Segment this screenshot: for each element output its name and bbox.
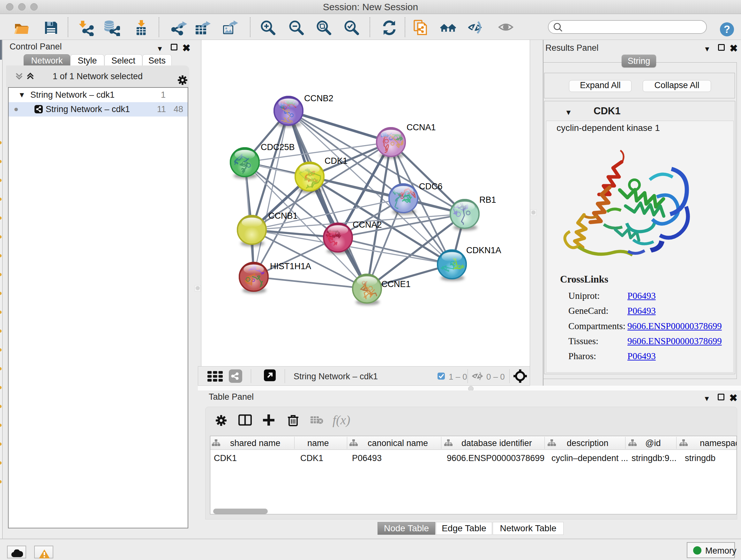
svg-text:?: ? <box>724 23 730 35</box>
svg-text:CDK1: CDK1 <box>325 156 347 166</box>
svg-text:CCNE1: CCNE1 <box>381 279 411 289</box>
svg-text:CDKN1A: CDKN1A <box>466 246 501 255</box>
svg-text:CCNB1: CCNB1 <box>268 211 298 221</box>
svg-text:CCNA1: CCNA1 <box>407 123 436 132</box>
svg-text:CCNA2: CCNA2 <box>353 220 382 230</box>
svg-text:CDC6: CDC6 <box>419 182 443 191</box>
svg-text:HIST1H1A: HIST1H1A <box>270 261 311 271</box>
svg-text:RB1: RB1 <box>479 195 496 205</box>
svg-text:CCNB2: CCNB2 <box>304 94 333 103</box>
svg-text:CDC25B: CDC25B <box>261 142 295 152</box>
